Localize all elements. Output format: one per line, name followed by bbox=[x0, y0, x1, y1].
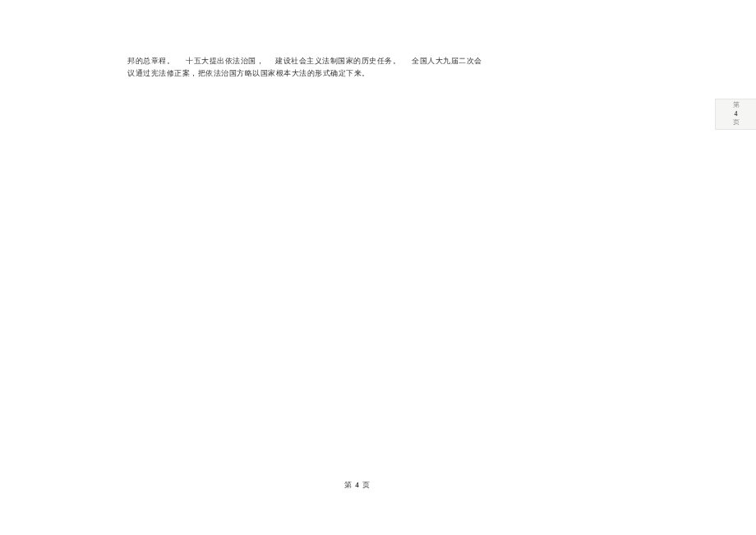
side-tab-number: 4 bbox=[735, 110, 738, 118]
page-content: 邦的总章程。十五大提出依法治国，建设社会主义法制国家的历史任务。全国人大九届二次… bbox=[127, 55, 596, 81]
page-side-tab[interactable]: 第 4 页 bbox=[715, 99, 756, 130]
text-segment: 邦的总章程。 bbox=[127, 57, 174, 65]
body-paragraph: 邦的总章程。十五大提出依法治国，建设社会主义法制国家的历史任务。全国人大九届二次… bbox=[127, 55, 596, 81]
text-segment: 十五大提出依法治国， bbox=[186, 57, 264, 65]
text-segment: 全国人大九届二次会 bbox=[412, 57, 482, 65]
footer-suffix: 页 bbox=[360, 481, 371, 489]
document-page: 邦的总章程。十五大提出依法治国，建设社会主义法制国家的历史任务。全国人大九届二次… bbox=[0, 0, 715, 535]
side-tab-bottom: 页 bbox=[733, 118, 740, 127]
page-footer: 第 4 页 bbox=[0, 480, 715, 491]
text-line: 议通过宪法修正案，把依法治国方略以国家根本大法的形式确定下来。 bbox=[127, 69, 370, 77]
text-segment: 建设社会主义法制国家的历史任务。 bbox=[275, 57, 400, 65]
side-tab-top: 第 bbox=[733, 101, 740, 109]
footer-prefix: 第 bbox=[344, 481, 355, 489]
